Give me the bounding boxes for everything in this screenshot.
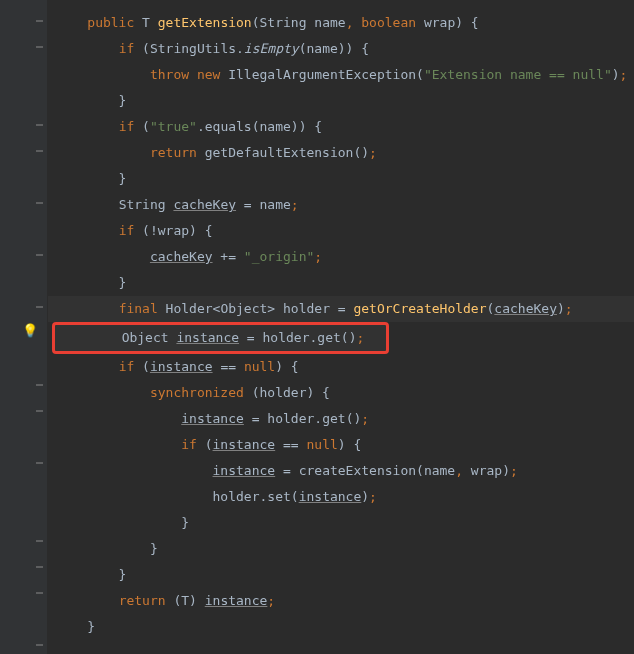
code-line: cacheKey += "_origin"; (48, 244, 634, 270)
highlighted-line: Object instance = holder.get(); (52, 322, 389, 354)
code-line: String cacheKey = name; (48, 192, 634, 218)
fold-marker[interactable] (34, 197, 44, 207)
code-line: return (T) instance; (48, 588, 634, 614)
code-line: } (48, 88, 634, 114)
code-line: if (StringUtils.isEmpty(name)) { (48, 36, 634, 62)
code-line: final Holder<Object> holder = getOrCreat… (48, 296, 634, 322)
fold-marker[interactable] (34, 379, 44, 389)
fold-marker[interactable] (34, 145, 44, 155)
fold-marker[interactable] (34, 301, 44, 311)
code-line: Object instance = holder.get(); (48, 322, 634, 354)
fold-marker[interactable] (34, 535, 44, 545)
intention-bulb-icon[interactable]: 💡 (22, 318, 38, 344)
fold-marker[interactable] (34, 587, 44, 597)
code-line: synchronized (holder) { (48, 380, 634, 406)
code-line: } (48, 614, 634, 640)
code-line: public T getExtension(String name, boole… (48, 10, 634, 36)
code-line: throw new IllegalArgumentException("Exte… (48, 62, 634, 88)
fold-marker[interactable] (34, 41, 44, 51)
code-line: } (48, 510, 634, 536)
code-line: } (48, 270, 634, 296)
fold-marker[interactable] (34, 249, 44, 259)
editor-container: 💡 public T getExtension(String name, boo… (0, 0, 634, 654)
code-line: } (48, 536, 634, 562)
fold-marker[interactable] (34, 561, 44, 571)
fold-marker[interactable] (34, 639, 44, 649)
code-line: if (instance == null) { (48, 432, 634, 458)
code-line: instance = holder.get(); (48, 406, 634, 432)
code-line: } (48, 562, 634, 588)
code-line: if (!wrap) { (48, 218, 634, 244)
gutter: 💡 (0, 0, 48, 654)
code-line: } (48, 166, 634, 192)
code-area[interactable]: public T getExtension(String name, boole… (48, 0, 634, 654)
code-line: if ("true".equals(name)) { (48, 114, 634, 140)
code-line: if (instance == null) { (48, 354, 634, 380)
fold-marker[interactable] (34, 119, 44, 129)
code-line: return getDefaultExtension(); (48, 140, 634, 166)
fold-marker[interactable] (34, 15, 44, 25)
fold-marker[interactable] (34, 405, 44, 415)
code-line: holder.set(instance); (48, 484, 634, 510)
fold-marker[interactable] (34, 457, 44, 467)
code-line: instance = createExtension(name, wrap); (48, 458, 634, 484)
